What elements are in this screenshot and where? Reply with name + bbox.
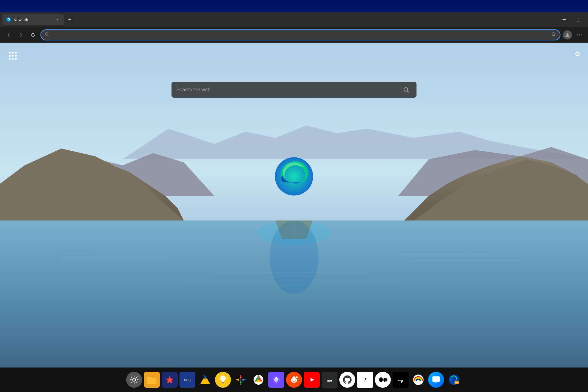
app-dot bbox=[12, 52, 14, 54]
taskbar-favorites[interactable] bbox=[162, 372, 178, 388]
svg-text:npr: npr bbox=[327, 379, 332, 382]
active-tab[interactable]: New tab × bbox=[2, 14, 64, 25]
app-dot bbox=[9, 58, 11, 60]
svg-text:DEV: DEV bbox=[455, 382, 458, 384]
taskbar-edge-dev[interactable]: DEV bbox=[446, 372, 462, 388]
svg-point-84 bbox=[383, 378, 386, 382]
svg-point-8 bbox=[579, 34, 580, 35]
search-container bbox=[172, 82, 417, 98]
svg-text:T: T bbox=[363, 377, 367, 383]
maximize-button[interactable] bbox=[571, 13, 586, 26]
settings-icon: ⚙ bbox=[575, 50, 581, 58]
tab-favicon bbox=[6, 17, 11, 22]
taskbar-wapo[interactable]: wp bbox=[393, 372, 409, 388]
svg-text:wp: wp bbox=[398, 379, 403, 383]
app-dot bbox=[9, 55, 11, 57]
svg-rect-51 bbox=[222, 382, 224, 383]
taskbar-youtube[interactable] bbox=[304, 372, 320, 388]
taskbar-chrome[interactable] bbox=[251, 372, 266, 388]
app-dot bbox=[9, 52, 11, 54]
navigation-bar bbox=[0, 27, 588, 43]
svg-point-9 bbox=[581, 34, 582, 35]
svg-rect-52 bbox=[222, 383, 224, 383]
page-settings-button[interactable]: ⚙ bbox=[575, 50, 581, 58]
taskbar-podcasts[interactable] bbox=[233, 372, 249, 388]
svg-point-74 bbox=[295, 380, 296, 381]
app-dot bbox=[15, 58, 17, 60]
taskbar-medium[interactable] bbox=[375, 372, 391, 388]
tab-title: New tab bbox=[13, 17, 52, 22]
title-bar-strip bbox=[0, 0, 588, 12]
taskbar-settings[interactable] bbox=[126, 372, 142, 388]
app-dot bbox=[12, 55, 14, 57]
app-dot bbox=[15, 55, 17, 57]
taskbar-pbs[interactable]: PBS bbox=[179, 372, 195, 388]
newtab-page: ⚙ bbox=[0, 43, 588, 368]
svg-line-4 bbox=[48, 35, 49, 36]
svg-point-73 bbox=[292, 380, 293, 381]
apps-grid-icon[interactable] bbox=[7, 50, 18, 61]
tab-strip: New tab × + bbox=[0, 12, 588, 27]
window-controls bbox=[557, 13, 586, 26]
svg-marker-45 bbox=[166, 376, 173, 383]
svg-rect-1 bbox=[563, 19, 566, 20]
svg-text:PBS: PBS bbox=[184, 379, 191, 382]
search-button[interactable] bbox=[401, 84, 412, 95]
apps-button[interactable] bbox=[7, 50, 18, 61]
svg-point-72 bbox=[291, 378, 297, 383]
more-button[interactable] bbox=[575, 30, 584, 40]
back-button[interactable] bbox=[4, 30, 13, 40]
app-dot bbox=[12, 58, 14, 60]
taskbar-npr[interactable]: npr bbox=[322, 372, 337, 388]
favorite-icon[interactable] bbox=[551, 32, 556, 38]
svg-point-89 bbox=[417, 377, 420, 379]
taskbar-nyt[interactable]: T bbox=[357, 372, 373, 388]
taskbar-file-explorer[interactable] bbox=[144, 372, 160, 388]
svg-rect-44 bbox=[147, 379, 156, 384]
address-input[interactable] bbox=[51, 32, 548, 37]
svg-marker-50 bbox=[200, 379, 210, 384]
edge-logo bbox=[274, 156, 314, 196]
edge-logo-container bbox=[274, 156, 314, 196]
refresh-button[interactable] bbox=[28, 30, 38, 40]
taskbar-weather[interactable] bbox=[410, 372, 426, 388]
taskbar-google-drive[interactable] bbox=[197, 372, 213, 388]
svg-point-83 bbox=[379, 377, 383, 382]
svg-point-85 bbox=[386, 378, 387, 382]
address-bar[interactable] bbox=[40, 29, 560, 40]
app-dot bbox=[15, 52, 17, 54]
search-input[interactable] bbox=[176, 87, 397, 92]
svg-line-31 bbox=[407, 91, 409, 92]
svg-point-6 bbox=[567, 33, 569, 35]
taskbar-reddit[interactable] bbox=[286, 372, 302, 388]
svg-point-29 bbox=[270, 221, 318, 294]
taskbar-messages[interactable] bbox=[428, 372, 444, 388]
forward-button[interactable] bbox=[16, 30, 26, 40]
svg-line-71 bbox=[296, 378, 297, 378]
taskbar-lightbulb[interactable] bbox=[215, 372, 231, 388]
minimize-button[interactable] bbox=[557, 13, 571, 26]
svg-marker-5 bbox=[552, 32, 555, 36]
taskbar: PBS bbox=[0, 368, 588, 392]
search-box bbox=[172, 82, 417, 98]
profile-button[interactable] bbox=[563, 30, 572, 40]
taskbar-github[interactable] bbox=[339, 372, 355, 388]
tab-close-button[interactable]: × bbox=[55, 17, 60, 22]
address-search-icon bbox=[45, 32, 49, 37]
new-tab-button[interactable]: + bbox=[65, 15, 75, 24]
svg-point-7 bbox=[577, 34, 578, 35]
svg-rect-2 bbox=[577, 18, 580, 21]
taskbar-proton[interactable] bbox=[268, 372, 284, 388]
